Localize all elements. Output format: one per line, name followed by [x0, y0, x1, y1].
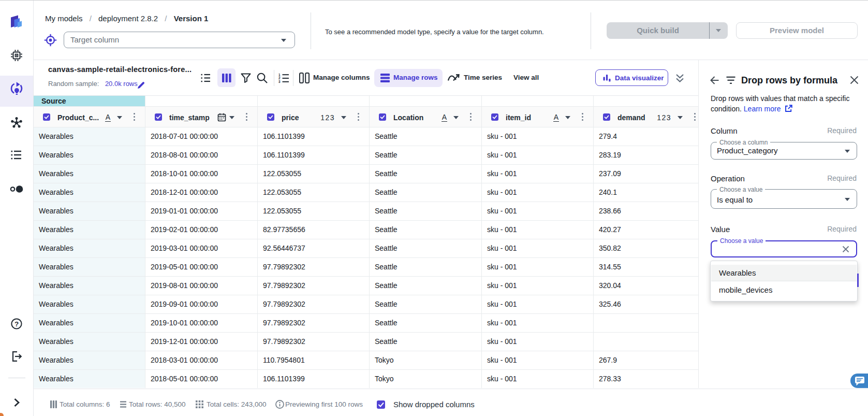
svg-text:?: ?	[14, 320, 19, 328]
svg-text:3: 3	[278, 80, 281, 83]
